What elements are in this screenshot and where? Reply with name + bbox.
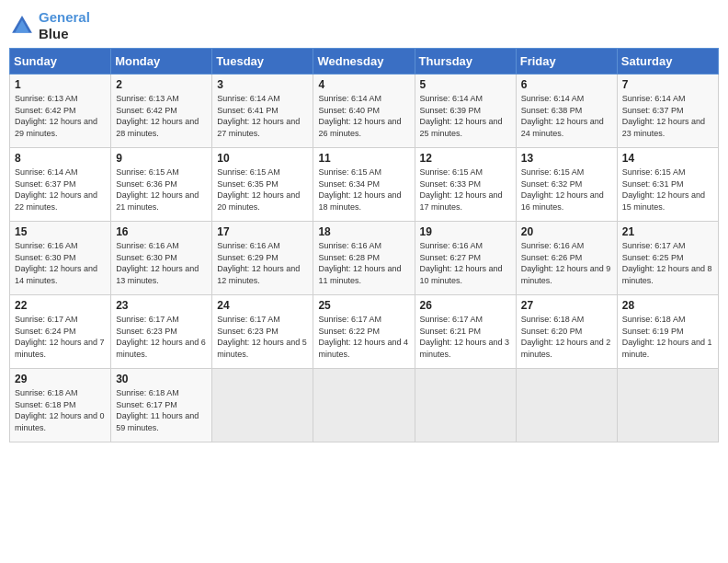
calendar-cell: 16 Sunrise: 6:16 AM Sunset: 6:30 PM Dayl… <box>111 222 212 295</box>
calendar-cell: 8 Sunrise: 6:14 AM Sunset: 6:37 PM Dayli… <box>10 148 111 222</box>
day-number: 19 <box>420 225 511 238</box>
day-number: 3 <box>217 78 308 91</box>
calendar-cell: 15 Sunrise: 6:16 AM Sunset: 6:30 PM Dayl… <box>10 222 111 295</box>
calendar-cell: 10 Sunrise: 6:15 AM Sunset: 6:35 PM Dayl… <box>212 148 313 222</box>
day-number: 20 <box>521 225 612 238</box>
cell-content: Sunrise: 6:18 AM Sunset: 6:18 PM Dayligh… <box>15 387 106 433</box>
day-number: 29 <box>15 373 106 385</box>
logo: GeneralBlue <box>9 9 90 42</box>
calendar-cell: 24 Sunrise: 6:17 AM Sunset: 6:23 PM Dayl… <box>212 295 313 369</box>
day-number: 8 <box>15 152 106 165</box>
cell-content: Sunrise: 6:17 AM Sunset: 6:21 PM Dayligh… <box>420 314 511 360</box>
calendar-week-row: 22 Sunrise: 6:17 AM Sunset: 6:24 PM Dayl… <box>10 295 719 369</box>
day-number: 6 <box>521 78 612 91</box>
cell-content: Sunrise: 6:14 AM Sunset: 6:37 PM Dayligh… <box>622 93 713 139</box>
calendar-cell: 27 Sunrise: 6:18 AM Sunset: 6:20 PM Dayl… <box>516 295 617 369</box>
cell-content: Sunrise: 6:14 AM Sunset: 6:41 PM Dayligh… <box>217 93 308 139</box>
calendar-week-row: 8 Sunrise: 6:14 AM Sunset: 6:37 PM Dayli… <box>10 148 719 222</box>
day-number: 15 <box>15 225 106 238</box>
calendar-week-row: 29 Sunrise: 6:18 AM Sunset: 6:18 PM Dayl… <box>10 369 719 442</box>
cell-content: Sunrise: 6:16 AM Sunset: 6:26 PM Dayligh… <box>521 240 612 286</box>
calendar-cell: 1 Sunrise: 6:13 AM Sunset: 6:42 PM Dayli… <box>10 75 111 148</box>
calendar-cell: 28 Sunrise: 6:18 AM Sunset: 6:19 PM Dayl… <box>617 295 718 369</box>
calendar-cell: 12 Sunrise: 6:15 AM Sunset: 6:33 PM Dayl… <box>415 148 516 222</box>
calendar-cell: 2 Sunrise: 6:13 AM Sunset: 6:42 PM Dayli… <box>111 75 212 148</box>
calendar-cell: 19 Sunrise: 6:16 AM Sunset: 6:27 PM Dayl… <box>415 222 516 295</box>
cell-content: Sunrise: 6:15 AM Sunset: 6:35 PM Dayligh… <box>217 167 308 213</box>
cell-content: Sunrise: 6:15 AM Sunset: 6:33 PM Dayligh… <box>420 167 511 213</box>
cell-content: Sunrise: 6:13 AM Sunset: 6:42 PM Dayligh… <box>116 93 207 139</box>
calendar-cell: 21 Sunrise: 6:17 AM Sunset: 6:25 PM Dayl… <box>617 222 718 295</box>
calendar-cell: 23 Sunrise: 6:17 AM Sunset: 6:23 PM Dayl… <box>111 295 212 369</box>
cell-content: Sunrise: 6:17 AM Sunset: 6:22 PM Dayligh… <box>318 314 409 360</box>
day-number: 16 <box>116 225 207 238</box>
calendar-cell: 5 Sunrise: 6:14 AM Sunset: 6:39 PM Dayli… <box>415 75 516 148</box>
day-number: 23 <box>116 299 207 312</box>
cell-content: Sunrise: 6:14 AM Sunset: 6:40 PM Dayligh… <box>318 93 409 139</box>
cell-content: Sunrise: 6:18 AM Sunset: 6:20 PM Dayligh… <box>521 314 612 360</box>
day-number: 13 <box>521 152 612 165</box>
calendar-header: SundayMondayTuesdayWednesdayThursdayFrid… <box>10 49 719 75</box>
cell-content: Sunrise: 6:16 AM Sunset: 6:29 PM Dayligh… <box>217 240 308 286</box>
cell-content: Sunrise: 6:17 AM Sunset: 6:23 PM Dayligh… <box>217 314 308 360</box>
day-number: 11 <box>318 152 409 165</box>
calendar-cell <box>516 369 617 442</box>
day-number: 22 <box>15 299 106 312</box>
calendar-cell <box>313 369 415 442</box>
cell-content: Sunrise: 6:15 AM Sunset: 6:31 PM Dayligh… <box>622 167 713 213</box>
cell-content: Sunrise: 6:17 AM Sunset: 6:23 PM Dayligh… <box>116 314 207 360</box>
day-number: 2 <box>116 78 207 91</box>
calendar-cell: 3 Sunrise: 6:14 AM Sunset: 6:41 PM Dayli… <box>212 75 313 148</box>
cell-content: Sunrise: 6:15 AM Sunset: 6:32 PM Dayligh… <box>521 167 612 213</box>
calendar-cell: 6 Sunrise: 6:14 AM Sunset: 6:38 PM Dayli… <box>516 75 617 148</box>
calendar-cell: 29 Sunrise: 6:18 AM Sunset: 6:18 PM Dayl… <box>10 369 111 442</box>
page-header: GeneralBlue <box>9 9 719 42</box>
weekday-header-sunday: Sunday <box>10 49 111 75</box>
calendar-cell <box>415 369 516 442</box>
cell-content: Sunrise: 6:16 AM Sunset: 6:30 PM Dayligh… <box>15 240 106 286</box>
calendar-cell: 26 Sunrise: 6:17 AM Sunset: 6:21 PM Dayl… <box>415 295 516 369</box>
day-number: 10 <box>217 152 308 165</box>
weekday-header-tuesday: Tuesday <box>212 49 313 75</box>
cell-content: Sunrise: 6:14 AM Sunset: 6:37 PM Dayligh… <box>15 167 106 213</box>
cell-content: Sunrise: 6:13 AM Sunset: 6:42 PM Dayligh… <box>15 93 106 139</box>
day-number: 4 <box>318 78 409 91</box>
day-number: 21 <box>622 225 713 238</box>
calendar-cell: 25 Sunrise: 6:17 AM Sunset: 6:22 PM Dayl… <box>313 295 415 369</box>
day-number: 7 <box>622 78 713 91</box>
day-number: 28 <box>622 299 713 312</box>
weekday-header-wednesday: Wednesday <box>313 49 415 75</box>
cell-content: Sunrise: 6:17 AM Sunset: 6:24 PM Dayligh… <box>15 314 106 360</box>
cell-content: Sunrise: 6:14 AM Sunset: 6:39 PM Dayligh… <box>420 93 511 139</box>
day-number: 26 <box>420 299 511 312</box>
day-number: 30 <box>116 373 207 385</box>
cell-content: Sunrise: 6:16 AM Sunset: 6:27 PM Dayligh… <box>420 240 511 286</box>
day-number: 24 <box>217 299 308 312</box>
calendar-cell <box>212 369 313 442</box>
day-number: 12 <box>420 152 511 165</box>
day-number: 17 <box>217 225 308 238</box>
cell-content: Sunrise: 6:15 AM Sunset: 6:34 PM Dayligh… <box>318 167 409 213</box>
cell-content: Sunrise: 6:15 AM Sunset: 6:36 PM Dayligh… <box>116 167 207 213</box>
calendar-week-row: 1 Sunrise: 6:13 AM Sunset: 6:42 PM Dayli… <box>10 75 719 148</box>
weekday-header-monday: Monday <box>111 49 212 75</box>
weekday-header-thursday: Thursday <box>415 49 516 75</box>
cell-content: Sunrise: 6:14 AM Sunset: 6:38 PM Dayligh… <box>521 93 612 139</box>
day-number: 27 <box>521 299 612 312</box>
calendar-cell: 9 Sunrise: 6:15 AM Sunset: 6:36 PM Dayli… <box>111 148 212 222</box>
day-number: 5 <box>420 78 511 91</box>
calendar-cell: 4 Sunrise: 6:14 AM Sunset: 6:40 PM Dayli… <box>313 75 415 148</box>
calendar-cell: 11 Sunrise: 6:15 AM Sunset: 6:34 PM Dayl… <box>313 148 415 222</box>
calendar-cell: 20 Sunrise: 6:16 AM Sunset: 6:26 PM Dayl… <box>516 222 617 295</box>
calendar-cell: 13 Sunrise: 6:15 AM Sunset: 6:32 PM Dayl… <box>516 148 617 222</box>
calendar-cell: 22 Sunrise: 6:17 AM Sunset: 6:24 PM Dayl… <box>10 295 111 369</box>
calendar-cell: 18 Sunrise: 6:16 AM Sunset: 6:28 PM Dayl… <box>313 222 415 295</box>
cell-content: Sunrise: 6:18 AM Sunset: 6:19 PM Dayligh… <box>622 314 713 360</box>
logo-text: GeneralBlue <box>39 9 90 42</box>
cell-content: Sunrise: 6:17 AM Sunset: 6:25 PM Dayligh… <box>622 240 713 286</box>
day-number: 18 <box>318 225 409 238</box>
weekday-header-saturday: Saturday <box>617 49 718 75</box>
logo-icon <box>9 13 35 39</box>
day-number: 9 <box>116 152 207 165</box>
calendar-table: SundayMondayTuesdayWednesdayThursdayFrid… <box>9 48 719 442</box>
